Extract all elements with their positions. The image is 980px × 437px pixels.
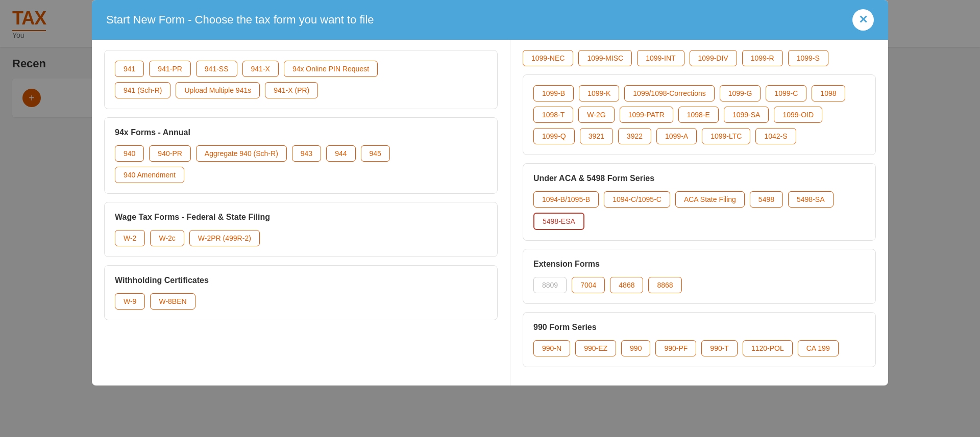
form-btn-943[interactable]: 943 [292, 145, 321, 162]
form-btn-990[interactable]: 990 [621, 340, 650, 356]
section-withholding: Withholding Certificates W-9 W-8BEN [104, 265, 498, 320]
1099-row2: 1098-T W-2G 1099-PATR 1098-E 1099-SA 109… [533, 107, 865, 123]
form-btn-990-pf[interactable]: 990-PF [655, 340, 696, 356]
form-btn-1098-e[interactable]: 1098-E [678, 107, 719, 123]
form-btn-1098[interactable]: 1098 [812, 85, 845, 101]
modal-overlay: Start New Form - Choose the tax form you… [0, 0, 980, 437]
form-btn-1099-oid[interactable]: 1099-OID [774, 107, 822, 123]
form-btn-1099-s[interactable]: 1099-S [788, 50, 828, 66]
section-94x-annual: 94x Forms - Annual 940 940-PR Aggregate … [104, 117, 498, 194]
form-btn-941-pr[interactable]: 941-PR [149, 61, 190, 77]
annual-top-buttons: 940 940-PR Aggregate 940 (Sch-R) 943 944… [115, 145, 487, 162]
section-extension-title: Extension Forms [533, 260, 865, 269]
form-btn-w8ben[interactable]: W-8BEN [150, 293, 195, 310]
quarterly-bottom-buttons: 941 (Sch-R) Upload Multiple 941s 941-X (… [115, 82, 487, 98]
form-btn-1099-misc[interactable]: 1099-MISC [578, 50, 632, 66]
form-btn-1099-k[interactable]: 1099-K [579, 85, 619, 101]
section-94x-annual-title: 94x Forms - Annual [115, 128, 487, 137]
form-btn-945[interactable]: 945 [361, 145, 390, 162]
form-btn-990-t[interactable]: 990-T [701, 340, 738, 356]
section-94x-quarterly: 941 941-PR 941-SS 941-X 94x Online PIN R… [104, 50, 498, 109]
form-btn-1042-s[interactable]: 1042-S [755, 128, 796, 144]
section-990-title: 990 Form Series [533, 323, 865, 332]
form-btn-941-schr[interactable]: 941 (Sch-R) [115, 82, 170, 98]
form-btn-941-ss[interactable]: 941-SS [196, 61, 237, 77]
form-btn-5498-esa[interactable]: 5498-ESA [533, 213, 584, 230]
modal-body: 941 941-PR 941-SS 941-X 94x Online PIN R… [92, 40, 888, 385]
form-btn-990-ez[interactable]: 990-EZ [575, 340, 616, 356]
modal-header: Start New Form - Choose the tax form you… [92, 0, 888, 40]
form-btn-990-n[interactable]: 990-N [533, 340, 570, 356]
form-btn-1099-nec[interactable]: 1099-NEC [523, 50, 573, 66]
form-btn-1099-g[interactable]: 1099-G [720, 85, 761, 101]
form-btn-w2g[interactable]: W-2G [578, 107, 614, 123]
form-btn-941[interactable]: 941 [115, 61, 144, 77]
990-buttons: 990-N 990-EZ 990 990-PF 990-T 1120-POL C… [533, 340, 865, 356]
form-btn-aggregate-940[interactable]: Aggregate 940 (Sch-R) [196, 145, 287, 162]
form-btn-1099-b[interactable]: 1099-B [533, 85, 574, 101]
form-btn-1094b-1095b[interactable]: 1094-B/1095-B [533, 191, 599, 208]
section-1099-more: 1099-B 1099-K 1099/1098-Corrections 1099… [523, 74, 876, 155]
form-btn-1099-sa[interactable]: 1099-SA [724, 107, 769, 123]
modal-close-button[interactable]: ✕ [852, 9, 874, 31]
form-btn-1099-r[interactable]: 1099-R [742, 50, 783, 66]
section-extension: Extension Forms 8809 7004 4868 8868 [523, 249, 876, 304]
aca-row2: 5498-ESA [533, 213, 865, 230]
modal-left-column: 941 941-PR 941-SS 941-X 94x Online PIN R… [92, 40, 510, 385]
form-btn-1099-ltc[interactable]: 1099-LTC [702, 128, 750, 144]
form-btn-1120-pol[interactable]: 1120-POL [743, 340, 793, 356]
section-wage-tax: Wage Tax Forms - Federal & State Filing … [104, 202, 498, 257]
section-aca-5498: Under ACA & 5498 Form Series 1094-B/1095… [523, 163, 876, 241]
form-btn-944[interactable]: 944 [326, 145, 355, 162]
extension-buttons: 8809 7004 4868 8868 [533, 277, 865, 293]
section-withholding-title: Withholding Certificates [115, 276, 487, 285]
withholding-buttons: W-9 W-8BEN [115, 293, 487, 310]
form-btn-941-x-pr[interactable]: 941-X (PR) [265, 82, 318, 98]
aca-row1: 1094-B/1095-B 1094-C/1095-C ACA State Fi… [533, 191, 865, 208]
annual-bottom-buttons: 940 Amendment [115, 167, 487, 183]
form-btn-1099-patr[interactable]: 1099-PATR [620, 107, 673, 123]
form-btn-5498[interactable]: 5498 [750, 191, 783, 208]
section-wage-tax-title: Wage Tax Forms - Federal & State Filing [115, 213, 487, 222]
form-btn-w2[interactable]: W-2 [115, 230, 145, 246]
1099-row3: 1099-Q 3921 3922 1099-A 1099-LTC 1042-S [533, 128, 865, 144]
form-btn-1099-a[interactable]: 1099-A [656, 128, 697, 144]
1099-row1: 1099-B 1099-K 1099/1098-Corrections 1099… [533, 85, 865, 101]
form-btn-8809: 8809 [533, 277, 567, 293]
form-btn-1099-int[interactable]: 1099-INT [637, 50, 684, 66]
form-btn-1099-c[interactable]: 1099-C [766, 85, 806, 101]
modal: Start New Form - Choose the tax form you… [92, 0, 888, 385]
section-990: 990 Form Series 990-N 990-EZ 990 990-PF … [523, 312, 876, 367]
form-btn-upload-941s[interactable]: Upload Multiple 941s [176, 82, 260, 98]
form-btn-w2c[interactable]: W-2c [150, 230, 184, 246]
modal-title: Start New Form - Choose the tax form you… [106, 13, 374, 27]
form-btn-940[interactable]: 940 [115, 145, 144, 162]
section-aca-title: Under ACA & 5498 Form Series [533, 174, 865, 183]
form-btn-941-x[interactable]: 941-X [242, 61, 279, 77]
form-btn-3921[interactable]: 3921 [580, 128, 613, 144]
form-btn-940-amendment[interactable]: 940 Amendment [115, 167, 184, 183]
form-btn-5498-sa[interactable]: 5498-SA [788, 191, 833, 208]
form-btn-7004[interactable]: 7004 [572, 277, 605, 293]
wage-tax-buttons: W-2 W-2c W-2PR (499R-2) [115, 230, 487, 246]
form-btn-w9[interactable]: W-9 [115, 293, 145, 310]
form-btn-1094c-1095c[interactable]: 1094-C/1095-C [604, 191, 670, 208]
form-btn-3922[interactable]: 3922 [618, 128, 651, 144]
modal-right-column: 1099-NEC 1099-MISC 1099-INT 1099-DIV 109… [510, 40, 888, 385]
form-btn-w2pr[interactable]: W-2PR (499R-2) [189, 230, 260, 246]
form-btn-4868[interactable]: 4868 [610, 277, 643, 293]
form-btn-8868[interactable]: 8868 [648, 277, 681, 293]
form-btn-1099-1098-corrections[interactable]: 1099/1098-Corrections [624, 85, 714, 101]
form-btn-ca199[interactable]: CA 199 [798, 340, 839, 356]
form-btn-aca-state[interactable]: ACA State Filing [675, 191, 745, 208]
form-btn-940-pr[interactable]: 940-PR [149, 145, 190, 162]
form-btn-1099-q[interactable]: 1099-Q [533, 128, 575, 144]
form-btn-1098-t[interactable]: 1098-T [533, 107, 573, 123]
right-top-buttons: 1099-NEC 1099-MISC 1099-INT 1099-DIV 109… [523, 50, 876, 66]
form-btn-94x-pin[interactable]: 94x Online PIN Request [284, 61, 378, 77]
quarterly-top-buttons: 941 941-PR 941-SS 941-X 94x Online PIN R… [115, 61, 487, 77]
form-btn-1099-div[interactable]: 1099-DIV [690, 50, 737, 66]
